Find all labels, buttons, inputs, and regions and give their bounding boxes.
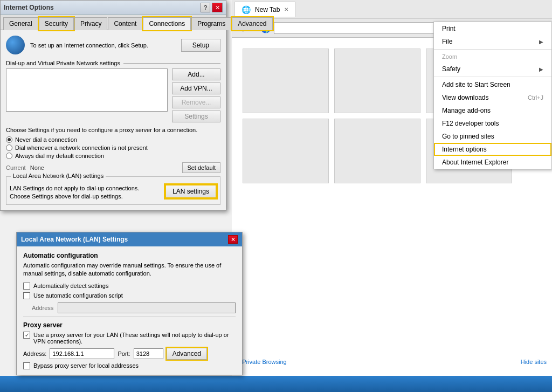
context-menu-about-ie[interactable]: About Internet Explorer	[434, 156, 551, 169]
radio-never[interactable]: Never dial a connection	[6, 136, 220, 143]
tab-close-button[interactable]: ✕	[284, 6, 288, 12]
dialog-tabs: General Security Privacy Content Connect…	[1, 15, 226, 30]
ie-tab-icon: 🌐	[242, 5, 251, 14]
newtab-tile[interactable]	[334, 119, 420, 183]
proxy-addr-row: Address: Port: Advanced	[23, 348, 236, 360]
advanced-button[interactable]: Advanced	[167, 348, 207, 360]
proxy-address-label: Address:	[23, 350, 46, 357]
current-label: Current	[6, 164, 26, 171]
close-button[interactable]: ✕	[212, 3, 223, 12]
submenu-arrow: ▶	[539, 66, 543, 72]
context-menu-print[interactable]: Print	[434, 22, 551, 35]
radio-always[interactable]: Always dial my default connection	[6, 153, 220, 159]
proxy-address-input[interactable]	[50, 348, 114, 359]
lan-content: Automatic configuration Automatic config…	[17, 246, 242, 375]
tab-advanced[interactable]: Advanced	[232, 17, 272, 30]
context-menu-pinned[interactable]: Go to pinned sites	[434, 130, 551, 143]
context-menu-file[interactable]: File ▶	[434, 35, 551, 48]
address-input[interactable]	[58, 302, 236, 313]
vpn-settings-button[interactable]: Settings	[172, 111, 220, 122]
browser-toolbar: 🌐 New Tab ✕	[232, 0, 552, 19]
tab-content[interactable]: Content	[108, 17, 142, 30]
proxy-port-label: Port:	[118, 350, 130, 357]
newtab-tile[interactable]	[243, 49, 329, 113]
add-button[interactable]: Add...	[172, 68, 220, 80]
context-menu-safety[interactable]: Safety ▶	[434, 63, 551, 75]
detect-settings-check[interactable]: Automatically detect settings	[23, 283, 236, 290]
lan-section: Local Area Network (LAN) settings LAN Se…	[6, 176, 220, 205]
lan-dialog-title: Local Area Network (LAN) Settings	[21, 236, 128, 243]
lan-settings-button[interactable]: LAN settings	[165, 184, 217, 198]
address-row: Address	[32, 302, 236, 313]
bypass-checkbox[interactable]	[23, 362, 30, 369]
dialog-title: Internet Options	[4, 4, 54, 11]
radio-never-button[interactable]	[6, 136, 12, 143]
vpn-list[interactable]	[6, 68, 168, 112]
auto-script-checkbox[interactable]	[23, 292, 30, 299]
tab-privacy[interactable]: Privacy	[74, 17, 107, 30]
remove-button[interactable]: Remove...	[172, 97, 220, 108]
tab-connections[interactable]: Connections	[143, 17, 191, 30]
choose-settings-text: Choose Settings if you need to configure…	[6, 127, 220, 133]
context-menu-f12[interactable]: F12 developer tools	[434, 117, 551, 130]
radio-always-button[interactable]	[6, 153, 12, 159]
radio-whenever[interactable]: Dial whenever a network connection is no…	[6, 145, 220, 151]
private-browsing-text: InPrivate Browsing	[237, 359, 287, 365]
proxy-section: Proxy server Use a proxy server for your…	[23, 321, 236, 369]
add-vpn-button[interactable]: Add VPN...	[172, 82, 220, 94]
tab-general[interactable]: General	[3, 17, 38, 30]
setup-text: To set up an Internet connection, click …	[30, 42, 176, 49]
current-value: None	[30, 164, 44, 171]
radio-group: Never dial a connection Dial whenever a …	[6, 136, 220, 159]
auto-config-desc: Automatic configuration may override man…	[23, 262, 236, 278]
context-menu-view-downloads[interactable]: View downloads Ctrl+J	[434, 91, 551, 104]
browser-tab[interactable]: 🌐 New Tab ✕	[234, 2, 295, 17]
vpn-section-label: Dial-up and Virtual Private Network sett…	[6, 60, 120, 66]
context-menu-manage-addons[interactable]: Manage add-ons	[434, 104, 551, 117]
set-default-button[interactable]: Set default	[182, 162, 220, 173]
default-row: Current None Set default	[6, 162, 220, 173]
address-label: Address	[32, 305, 53, 311]
ie-globe-icon	[6, 36, 25, 54]
dialog-titlebar: Internet Options ? ✕	[1, 1, 226, 15]
use-proxy-checkbox[interactable]	[23, 332, 30, 339]
lan-description: LAN Settings do not apply to dial-up con…	[10, 184, 161, 201]
submenu-arrow: ▶	[539, 39, 543, 45]
hide-sites-link[interactable]: Hide sites	[521, 359, 547, 365]
newtab-tile[interactable]	[243, 119, 329, 183]
setup-section: To set up an Internet connection, click …	[6, 36, 220, 54]
use-proxy-check[interactable]: Use a proxy server for your LAN (These s…	[23, 332, 236, 345]
tab-security[interactable]: Security	[39, 17, 74, 30]
detect-settings-checkbox[interactable]	[23, 283, 30, 290]
setup-button[interactable]: Setup	[181, 39, 220, 52]
vpn-buttons: Add... Add VPN... Remove... Settings	[172, 68, 220, 122]
lan-settings-dialog: Local Area Network (LAN) Settings ✕ Auto…	[16, 232, 243, 375]
context-menu-add-start[interactable]: Add site to Start Screen	[434, 78, 551, 91]
context-menu-zoom-header: Zoom	[434, 51, 551, 63]
lan-dialog-titlebar: Local Area Network (LAN) Settings ✕	[17, 232, 242, 246]
radio-whenever-button[interactable]	[6, 145, 12, 151]
context-menu-internet-options[interactable]: Internet options	[434, 143, 551, 156]
context-menu: Print File ▶ Zoom Safety ▶ Add site to S…	[433, 22, 552, 169]
menu-separator	[434, 49, 551, 50]
bypass-check[interactable]: Bypass proxy server for local addresses	[23, 362, 236, 369]
lan-row: LAN Settings do not apply to dial-up con…	[10, 184, 217, 201]
proxy-title: Proxy server	[23, 321, 236, 329]
auto-script-check[interactable]: Use automatic configuration script	[23, 292, 236, 299]
tab-programs[interactable]: Programs	[191, 17, 231, 30]
tab-label: New Tab	[255, 6, 280, 13]
lan-close-button[interactable]: ✕	[228, 235, 238, 244]
internet-options-dialog: Internet Options ? ✕ General Security Pr…	[0, 0, 226, 211]
taskbar	[0, 376, 552, 392]
help-button[interactable]: ?	[201, 3, 210, 12]
lan-section-title: Local Area Network (LAN) settings	[11, 173, 106, 179]
dialog-content: To set up an Internet connection, click …	[1, 30, 226, 210]
newtab-tile[interactable]	[334, 49, 420, 113]
auto-config-title: Automatic configuration	[23, 252, 236, 259]
proxy-port-input[interactable]	[134, 348, 163, 359]
vpn-area: Add... Add VPN... Remove... Settings	[6, 68, 220, 122]
menu-separator	[434, 77, 551, 77]
